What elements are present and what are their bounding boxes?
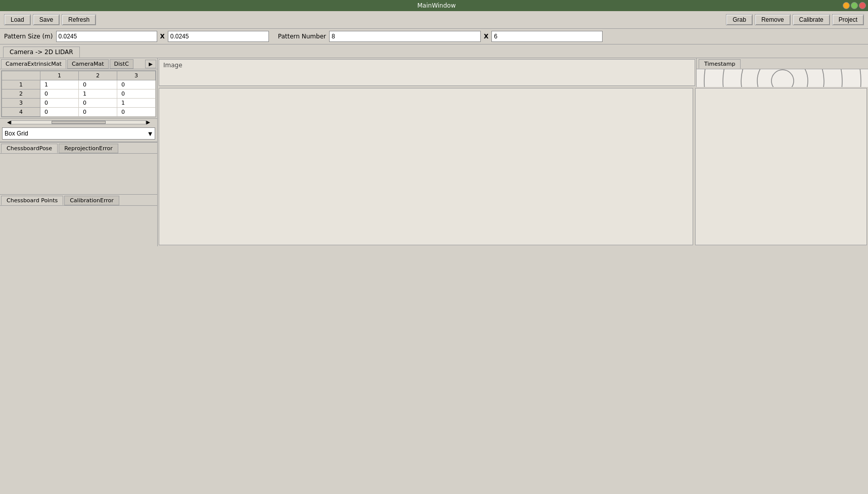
reprojection-error-tab[interactable]: ReprojectionError	[59, 144, 118, 153]
toolbar-right: Grab Remove Calibrate Project	[726, 14, 864, 25]
calibrate-button[interactable]: Calibrate	[793, 14, 830, 25]
image-label: Image	[163, 62, 182, 69]
pattern-number-input[interactable]	[329, 31, 481, 42]
top-right-tab-bar: Timestamp	[697, 58, 868, 69]
close-button[interactable]	[859, 2, 866, 9]
timestamp-tab-right[interactable]: Timestamp	[699, 59, 741, 69]
cell-4-3: 0	[117, 108, 156, 117]
scroll-left-btn[interactable]: ◀	[7, 119, 11, 125]
col-header-3: 3	[117, 71, 156, 80]
svg-point-1	[723, 69, 842, 87]
dropdown-container: Box Grid Grid Random ▼	[0, 125, 157, 142]
chessboard-pose-section: ChessboardPose ReprojectionError	[0, 142, 157, 194]
col-header-2: 2	[79, 71, 117, 80]
cell-4-2: 0	[79, 108, 117, 117]
maximize-button[interactable]	[851, 2, 858, 9]
bottom-panels-row	[158, 87, 868, 246]
title-bar: MainWindow	[0, 0, 868, 11]
right-panels: Image Timestamp	[158, 58, 868, 246]
pattern-size-x-input[interactable]	[56, 31, 157, 42]
row-header-empty	[2, 71, 40, 80]
cell-1-3: 0	[117, 80, 156, 89]
cell-1-2: 0	[79, 80, 117, 89]
svg-point-2	[741, 69, 824, 87]
window-title: MainWindow	[30, 2, 843, 9]
row-num-2: 2	[2, 89, 40, 99]
cell-4-1: 0	[40, 108, 79, 117]
camera-2d-lidar-tab[interactable]: Camera -> 2D LIDAR	[3, 47, 80, 58]
remove-button[interactable]: Remove	[755, 14, 791, 25]
x-separator-1: X	[160, 33, 165, 40]
chessboard-pose-tab[interactable]: ChessboardPose	[1, 144, 58, 153]
chessboard-points-content	[0, 206, 157, 246]
cell-1-1: 1	[40, 80, 79, 89]
circles-container	[697, 69, 868, 87]
matrix-table-container: 1 2 3 1 1 0 0 2 0 1	[1, 70, 156, 117]
horizontal-scrollbar[interactable]: ◀ ▶	[0, 118, 157, 125]
cell-3-2: 0	[79, 99, 117, 108]
table-row: 3 0 0 1	[2, 99, 156, 108]
pattern-number2-input[interactable]	[491, 31, 603, 42]
refresh-button[interactable]: Refresh	[62, 14, 96, 25]
cell-2-2: 1	[79, 89, 117, 99]
box-grid-dropdown[interactable]: Box Grid Grid Random	[2, 127, 155, 140]
scroll-thumb[interactable]	[52, 121, 105, 124]
inner-tab-bar: CameraExtrinsicMat CameraMat DistC ▶	[0, 58, 157, 69]
camera-mat-tab[interactable]: CameraMat	[67, 59, 109, 69]
concentric-circles-svg	[702, 69, 863, 87]
bottom-right-panel	[695, 88, 867, 245]
cell-2-1: 0	[40, 89, 79, 99]
x-separator-2: X	[484, 33, 488, 40]
chessboard-pose-tab-bar: ChessboardPose ReprojectionError	[0, 143, 157, 154]
row-num-4: 4	[2, 108, 40, 117]
col-header-1: 1	[40, 71, 79, 80]
project-button[interactable]: Project	[832, 14, 864, 25]
image-panel: Image	[159, 59, 695, 86]
outer-tab-bar: Camera -> 2D LIDAR	[0, 44, 868, 58]
cell-3-3: 1	[117, 99, 156, 108]
calibration-error-tab[interactable]: CalibrationError	[64, 196, 119, 205]
camera-extrinsic-tab[interactable]: CameraExtrinsicMat	[1, 59, 66, 69]
svg-point-4	[771, 70, 794, 87]
top-right-content	[697, 69, 868, 87]
chessboard-points-tab-bar: Chessboard Points CalibrationError	[0, 195, 157, 206]
row-num-3: 3	[2, 99, 40, 108]
toolbar: Load Save Refresh Grab Remove Calibrate …	[0, 11, 868, 29]
pattern-row: Pattern Size (m) X Pattern Number X	[0, 29, 868, 44]
matrix-table: 1 2 3 1 1 0 0 2 0 1	[2, 71, 156, 117]
save-button[interactable]: Save	[33, 14, 60, 25]
top-right-panel: Timestamp	[696, 58, 868, 87]
scroll-right-btn[interactable]: ▶	[146, 119, 150, 125]
pattern-size-label: Pattern Size (m)	[4, 33, 53, 40]
scroll-track[interactable]	[11, 120, 147, 124]
left-panel: CameraExtrinsicMat CameraMat DistC ▶ 1 2…	[0, 58, 158, 246]
pattern-size-y-input[interactable]	[168, 31, 269, 42]
chessboard-points-section: Chessboard Points CalibrationError	[0, 194, 157, 246]
table-row: 1 1 0 0	[2, 80, 156, 89]
table-row: 2 0 1 0	[2, 89, 156, 99]
table-row: 4 0 0 0	[2, 108, 156, 117]
cell-3-1: 0	[40, 99, 79, 108]
top-panels-row: Image Timestamp	[158, 58, 868, 87]
pattern-number-label: Pattern Number	[278, 33, 326, 40]
chessboard-pose-content	[0, 154, 157, 194]
load-button[interactable]: Load	[4, 14, 31, 25]
cell-2-3: 0	[117, 89, 156, 99]
grab-button[interactable]: Grab	[726, 14, 753, 25]
svg-point-0	[704, 69, 861, 87]
minimize-button[interactable]	[843, 2, 850, 9]
dist-c-tab[interactable]: DistC	[110, 59, 133, 69]
tab-scroll-arrow[interactable]: ▶	[145, 60, 156, 68]
row-num-1: 1	[2, 80, 40, 89]
box-grid-wrapper: Box Grid Grid Random ▼	[2, 127, 155, 140]
window-controls	[843, 2, 868, 9]
chessboard-points-tab[interactable]: Chessboard Points	[1, 196, 63, 205]
bottom-left-panel	[159, 88, 693, 245]
svg-point-3	[757, 69, 808, 87]
content-area: CameraExtrinsicMat CameraMat DistC ▶ 1 2…	[0, 58, 868, 246]
